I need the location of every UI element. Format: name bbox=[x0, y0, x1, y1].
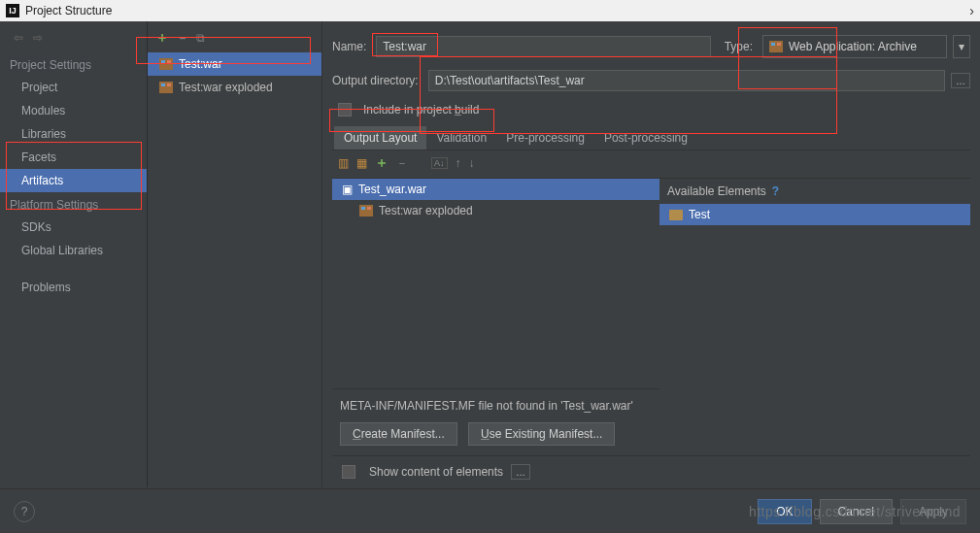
output-layout-toolbar: ▥ ▦ ＋ － A↓ ↑ ↓ bbox=[332, 150, 970, 176]
folder-icon bbox=[669, 210, 683, 220]
browse-output-dir-button[interactable]: … bbox=[951, 73, 970, 88]
svg-rect-2 bbox=[167, 60, 171, 63]
available-item[interactable]: Test bbox=[659, 204, 970, 225]
add-artifact-icon[interactable]: ＋ bbox=[155, 29, 169, 47]
title-bar: IJ Project Structure › bbox=[0, 0, 980, 21]
cancel-button[interactable]: Cancel bbox=[820, 499, 893, 524]
move-up-icon[interactable]: ↑ bbox=[456, 156, 461, 170]
svg-rect-7 bbox=[771, 43, 775, 46]
tree-row-child[interactable]: Test:war exploded bbox=[332, 200, 659, 221]
manifest-message: META-INF/MANIFEST.MF file not found in '… bbox=[340, 399, 652, 413]
svg-rect-1 bbox=[161, 60, 165, 63]
artifact-details-panel: Name: Type: Web Application: Archive ▾ O… bbox=[322, 21, 980, 487]
copy-artifact-icon[interactable]: ⧉ bbox=[196, 31, 205, 45]
output-layout-area: ▣ Test_war.war Test:war exploded META-IN… bbox=[332, 178, 970, 455]
artifact-archive-icon bbox=[769, 41, 783, 52]
artifact-item-label: Test:war bbox=[179, 57, 222, 71]
artifact-type-value: Web Application: Archive bbox=[789, 40, 917, 53]
svg-rect-0 bbox=[159, 58, 173, 70]
sidebar-group-project-settings: Project Settings bbox=[0, 52, 147, 76]
include-build-checkbox[interactable] bbox=[338, 103, 352, 117]
tree-row-root[interactable]: ▣ Test_war.war bbox=[332, 179, 659, 200]
move-down-icon[interactable]: ↓ bbox=[469, 156, 475, 170]
show-content-checkbox[interactable] bbox=[342, 465, 355, 479]
use-existing-manifest-button[interactable]: Use Existing Manifest... bbox=[468, 422, 615, 446]
artifact-exploded-icon bbox=[359, 205, 373, 217]
svg-rect-11 bbox=[367, 207, 371, 210]
show-content-row: Show content of elements … bbox=[332, 455, 970, 487]
artifact-type-dropdown-icon[interactable]: ▾ bbox=[953, 35, 970, 58]
remove-element-icon[interactable]: － bbox=[396, 155, 408, 172]
help-button[interactable]: ? bbox=[14, 501, 35, 522]
svg-rect-3 bbox=[159, 82, 173, 93]
svg-rect-10 bbox=[361, 207, 365, 210]
artifact-list-panel: ＋ － ⧉ Test:war Test:war exploded bbox=[148, 21, 322, 487]
new-archive-icon[interactable]: ▦ bbox=[356, 156, 367, 170]
svg-rect-6 bbox=[769, 41, 783, 52]
show-content-options-button[interactable]: … bbox=[511, 464, 530, 480]
sort-icon[interactable]: A↓ bbox=[431, 157, 448, 169]
svg-rect-4 bbox=[161, 83, 165, 86]
tab-pre-processing[interactable]: Pre-processing bbox=[496, 126, 594, 150]
window-title: Project Structure bbox=[25, 4, 112, 17]
output-dir-input[interactable] bbox=[428, 70, 945, 91]
svg-rect-8 bbox=[777, 43, 781, 46]
sidebar-item-sdks[interactable]: SDKs bbox=[0, 216, 147, 239]
sidebar-item-project[interactable]: Project bbox=[0, 76, 147, 99]
sidebar-item-facets[interactable]: Facets bbox=[0, 146, 147, 169]
apply-button[interactable]: Apply bbox=[900, 499, 966, 524]
help-available-icon[interactable]: ? bbox=[772, 184, 779, 198]
show-content-label: Show content of elements bbox=[369, 465, 503, 479]
type-label: Type: bbox=[725, 40, 753, 53]
sidebar-item-modules[interactable]: Modules bbox=[0, 99, 147, 122]
app-icon: IJ bbox=[6, 4, 19, 17]
available-item-label: Test bbox=[689, 208, 710, 221]
artifact-name-input[interactable] bbox=[376, 36, 711, 57]
chevron-right-icon[interactable]: › bbox=[969, 3, 974, 18]
artifact-type-select[interactable]: Web Application: Archive bbox=[762, 35, 947, 58]
main-area: ⇦ ⇨ Project Settings Project Modules Lib… bbox=[0, 21, 980, 487]
artifact-archive-icon bbox=[159, 58, 173, 70]
nav-back-icon[interactable]: ⇦ bbox=[14, 31, 23, 45]
include-build-label: Include in project build bbox=[363, 103, 479, 117]
svg-rect-5 bbox=[167, 83, 171, 86]
artifact-item-testwar-exploded[interactable]: Test:war exploded bbox=[148, 76, 321, 99]
artifact-item-label: Test:war exploded bbox=[179, 81, 273, 94]
ok-button[interactable]: OK bbox=[758, 499, 811, 524]
artifact-tabs: Output Layout Validation Pre-processing … bbox=[332, 126, 970, 150]
tab-output-layout[interactable]: Output Layout bbox=[334, 126, 426, 150]
nav-forward-icon[interactable]: ⇨ bbox=[33, 31, 43, 45]
tab-post-processing[interactable]: Post-processing bbox=[594, 126, 697, 150]
add-element-icon[interactable]: ＋ bbox=[375, 154, 389, 172]
settings-sidebar: ⇦ ⇨ Project Settings Project Modules Lib… bbox=[0, 21, 148, 487]
svg-rect-9 bbox=[359, 205, 373, 217]
sidebar-group-platform-settings: Platform Settings bbox=[0, 192, 147, 216]
artifact-item-testwar[interactable]: Test:war bbox=[148, 52, 321, 76]
sidebar-item-problems[interactable]: Problems bbox=[0, 276, 147, 299]
create-manifest-button[interactable]: Create Manifest... bbox=[340, 422, 457, 446]
sidebar-item-artifacts[interactable]: Artifacts bbox=[0, 169, 147, 192]
remove-artifact-icon[interactable]: － bbox=[177, 30, 188, 47]
artifact-exploded-icon bbox=[159, 82, 173, 93]
name-label: Name: bbox=[332, 40, 366, 53]
sidebar-item-global-libraries[interactable]: Global Libraries bbox=[0, 239, 147, 262]
sidebar-item-libraries[interactable]: Libraries bbox=[0, 122, 147, 146]
output-tree-panel: ▣ Test_war.war Test:war exploded META-IN… bbox=[332, 179, 659, 455]
tree-row-label: Test_war.war bbox=[358, 183, 426, 196]
tab-validation[interactable]: Validation bbox=[426, 126, 496, 150]
new-folder-icon[interactable]: ▥ bbox=[338, 156, 349, 170]
manifest-bar: META-INF/MANIFEST.MF file not found in '… bbox=[332, 388, 659, 455]
dialog-footer: ? OK Cancel Apply bbox=[0, 488, 980, 533]
available-elements-panel: Available Elements ? Test bbox=[659, 179, 970, 455]
available-elements-label: Available Elements bbox=[667, 184, 766, 198]
tree-row-label: Test:war exploded bbox=[379, 204, 473, 217]
output-dir-label: Output directory: bbox=[332, 74, 419, 87]
